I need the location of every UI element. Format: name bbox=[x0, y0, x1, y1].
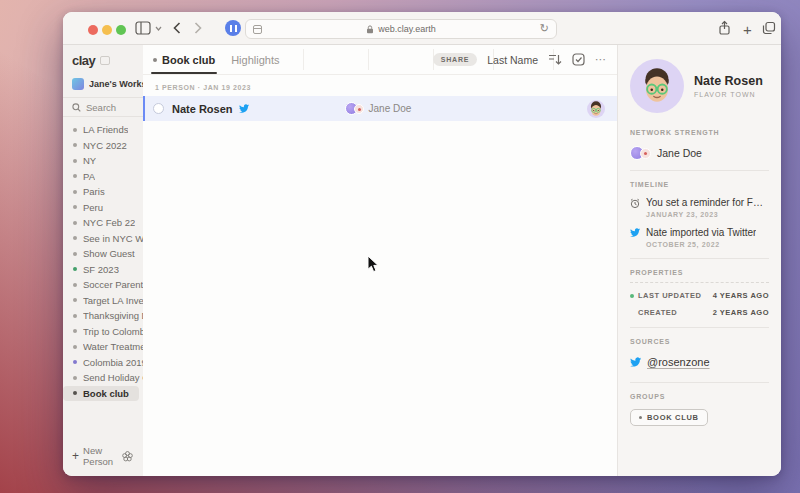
sidebar-item-holiday-cards[interactable]: Send Holiday Cards bbox=[63, 370, 143, 386]
sidebar-item-soccer-parents[interactable]: Soccer Parents bbox=[63, 277, 143, 293]
chevron-down-icon[interactable] bbox=[155, 26, 162, 31]
main-panel: Book club Highlights SHARE Last Name bbox=[143, 45, 617, 476]
sidebar-item-nyc-2022[interactable]: NYC 2022 bbox=[63, 138, 143, 154]
sort-field-label[interactable]: Last Name bbox=[487, 54, 538, 66]
source-row: @rosenzone bbox=[630, 356, 769, 368]
sidebar-item-water-treatment[interactable]: Water Treatment bbox=[63, 339, 143, 355]
profile-name: Nate Rosen bbox=[694, 74, 763, 88]
tab-bar: Book club Highlights SHARE Last Name bbox=[143, 45, 617, 75]
share-button[interactable]: SHARE bbox=[433, 53, 478, 66]
divider bbox=[630, 282, 769, 283]
sidebar-item-target-la[interactable]: Target LA Investm… bbox=[63, 293, 143, 309]
sidebar: clay Jane's Workspace Search LA Friends … bbox=[63, 45, 143, 476]
list-meta: 1 PERSON · JAN 19 2023 bbox=[143, 75, 617, 96]
address-bar[interactable]: web.clay.earth ↻ bbox=[245, 19, 557, 39]
sidebar-item-label: Target LA Investm… bbox=[83, 295, 143, 306]
network-contact[interactable]: Jane Doe bbox=[630, 146, 769, 160]
network-strength-label: NETWORK STRENGTH bbox=[630, 129, 769, 136]
tab-label: Highlights bbox=[231, 54, 279, 66]
browser-toolbar: web.clay.earth ↻ + bbox=[63, 12, 781, 45]
tab-overview-icon[interactable] bbox=[762, 21, 776, 35]
timeline-date: OCTOBER 25, 2022 bbox=[646, 241, 756, 248]
column-divider bbox=[303, 49, 304, 70]
sidebar-item-nyc-feb-22[interactable]: NYC Feb 22 bbox=[63, 215, 143, 231]
property-row: CREATED 2 YEARS AGO bbox=[630, 308, 769, 317]
back-icon[interactable] bbox=[173, 22, 181, 34]
property-key: CREATED bbox=[630, 308, 677, 317]
workspace-name: Jane's Workspace bbox=[89, 79, 143, 89]
sidebar-item-pa[interactable]: PA bbox=[63, 169, 143, 185]
sidebar-item-see-in-nyc[interactable]: See in NYC When … bbox=[63, 231, 143, 247]
properties-label: PROPERTIES bbox=[630, 269, 769, 276]
group-dot-icon bbox=[73, 221, 77, 225]
new-person-button[interactable]: New Person bbox=[83, 445, 117, 467]
sidebar-item-label: Water Treatment bbox=[83, 341, 143, 352]
search-input[interactable]: Search bbox=[63, 97, 143, 117]
sidebar-item-label: Send Holiday Cards bbox=[83, 372, 143, 383]
group-dot-icon bbox=[73, 252, 77, 256]
group-dot-icon bbox=[73, 329, 77, 333]
divider bbox=[630, 258, 769, 259]
select-mode-icon[interactable] bbox=[572, 53, 585, 66]
sidebar-item-peru[interactable]: Peru bbox=[63, 200, 143, 216]
person-name[interactable]: Nate Rosen bbox=[172, 103, 233, 115]
share-icon[interactable] bbox=[718, 20, 731, 36]
sidebar-item-label: Soccer Parents bbox=[83, 279, 143, 290]
person-row[interactable]: Nate Rosen Jane Doe bbox=[143, 96, 617, 121]
sidebar-item-paris[interactable]: Paris bbox=[63, 184, 143, 200]
group-dot-icon bbox=[73, 236, 77, 240]
sort-order-icon[interactable] bbox=[548, 54, 562, 65]
timeline-text: You set a reminder for Feb 23 20… bbox=[646, 197, 764, 208]
sidebar-item-label: NYC 2022 bbox=[83, 140, 127, 151]
group-badge[interactable]: BOOK CLUB bbox=[630, 409, 708, 426]
workspace-switcher[interactable]: Jane's Workspace bbox=[63, 74, 143, 97]
sidebar-item-label: Colombia 2019 bbox=[83, 357, 143, 368]
group-dot-icon bbox=[73, 143, 77, 147]
tab-book-club[interactable]: Book club bbox=[151, 45, 217, 74]
divider bbox=[630, 327, 769, 328]
minimize-window-icon[interactable] bbox=[102, 25, 112, 35]
safari-window: web.clay.earth ↻ + clay Jane's W bbox=[63, 12, 781, 476]
sidebar-item-sf-2023[interactable]: SF 2023 bbox=[63, 262, 143, 278]
group-dot-icon bbox=[73, 190, 77, 194]
close-window-icon[interactable] bbox=[88, 25, 98, 35]
sidebar-item-thanksgiving[interactable]: Thanksgiving Din… bbox=[63, 308, 143, 324]
connection-avatars bbox=[630, 146, 651, 160]
settings-icon[interactable] bbox=[121, 450, 134, 463]
row-checkbox[interactable] bbox=[153, 103, 164, 114]
sidebar-item-label: Show Guest bbox=[83, 248, 135, 259]
timeline-text: Nate imported via Twitter bbox=[646, 227, 756, 238]
plus-icon: + bbox=[72, 449, 79, 463]
tab-highlights[interactable]: Highlights bbox=[229, 45, 281, 74]
sources-label: SOURCES bbox=[630, 338, 769, 345]
property-key: LAST UPDATED bbox=[630, 291, 701, 300]
zoom-window-icon[interactable] bbox=[116, 25, 126, 35]
timeline-item[interactable]: You set a reminder for Feb 23 20… JANUAR… bbox=[630, 197, 769, 218]
sidebar-item-trip-colombia[interactable]: Trip to Colombia … bbox=[63, 324, 143, 340]
more-options-icon[interactable]: ⋯ bbox=[595, 53, 607, 66]
refresh-icon[interactable]: ↻ bbox=[540, 22, 549, 35]
sidebar-item-book-club[interactable]: Book club bbox=[63, 386, 139, 402]
timeline-item[interactable]: Nate imported via Twitter OCTOBER 25, 20… bbox=[630, 227, 769, 248]
extension-icon[interactable] bbox=[225, 20, 241, 36]
sidebar-toggle-icon[interactable] bbox=[135, 21, 151, 35]
twitter-handle-link[interactable]: @rosenzone bbox=[647, 356, 710, 368]
sidebar-item-ny[interactable]: NY bbox=[63, 153, 143, 169]
group-dot-icon bbox=[73, 376, 77, 380]
connection-avatars bbox=[345, 102, 364, 115]
sidebar-item-label: PA bbox=[83, 171, 95, 182]
divider bbox=[630, 170, 769, 171]
new-tab-icon[interactable]: + bbox=[743, 21, 752, 38]
sidebar-item-la-friends[interactable]: LA Friends bbox=[63, 122, 143, 138]
property-row: LAST UPDATED 4 YEARS AGO bbox=[630, 291, 769, 300]
sidebar-item-show-guest[interactable]: Show Guest bbox=[63, 246, 143, 262]
sidebar-item-colombia-2019[interactable]: Colombia 2019 bbox=[63, 355, 143, 371]
timeline-label: TIMELINE bbox=[630, 181, 769, 188]
collapse-sidebar-icon[interactable] bbox=[100, 56, 110, 65]
sidebar-item-label: Peru bbox=[83, 202, 103, 213]
avatar bbox=[640, 148, 651, 159]
person-avatar bbox=[587, 100, 605, 118]
forward-icon[interactable] bbox=[194, 22, 202, 34]
group-dot-icon bbox=[73, 298, 77, 302]
group-dot-icon bbox=[73, 345, 77, 349]
